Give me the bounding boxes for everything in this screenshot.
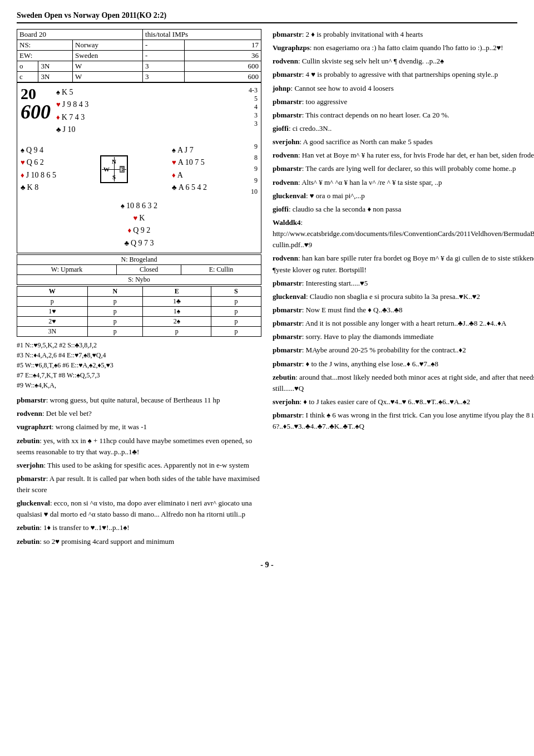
speaker-name: rodvenn <box>17 409 42 418</box>
bidding-table: W N E S pp1♣p1♥p1♠p2♥p2♠p3Nppp <box>17 286 261 337</box>
speaker-name: pbmarstr <box>273 306 302 314</box>
commentary-item: gluckenval: ecco, non si ^α visto, ma do… <box>17 498 261 520</box>
contract1-score: 600 <box>185 61 261 72</box>
commentary-item: pbmarstr: MAybe around 20-25 % probabili… <box>273 345 534 356</box>
commentary-item: gluckenval: Claudio non sbaglia e si pro… <box>273 291 534 302</box>
commentary-item: gluckenval: ♥ ora o mai pi^,...p <box>273 190 534 202</box>
south-spades: ♠ 10 8 6 3 2 <box>21 200 258 212</box>
closed-label: Closed <box>117 265 181 275</box>
compass-box: N S W E <box>100 155 128 183</box>
ew-total: 36 <box>185 51 261 61</box>
commentary-item: pbmarstr: too aggressive <box>273 96 534 107</box>
play-note-line: #1 N::♥9,5,K,2 #2 S::♣3,8,J,2 <box>17 340 261 350</box>
speaker-name: pbmarstr <box>273 97 302 106</box>
commentary-item: pbmarstr: 4 ♥ is probably to agressive w… <box>273 69 534 80</box>
speaker-name: zebutin <box>17 537 39 546</box>
speaker-name: pbmarstr <box>273 164 302 173</box>
north-spades: ♠ K 5 <box>56 86 243 99</box>
speaker-name: zebutin <box>273 373 295 381</box>
play-note-line: #3 N::♦4,A,2,6 #4 E::♥7,♠8,♥Q,4 <box>17 350 261 360</box>
card-diagram: 20 600 ♠ K 5 ♥ J 9 8 4 3 <box>17 82 261 253</box>
south-hand: ♠ 10 8 6 3 2 ♥ K ♦ Q 9 2 ♣ Q 9 7 3 <box>21 200 258 250</box>
page-number: - 9 - <box>17 561 517 570</box>
speaker-name: pbmarstr <box>273 70 302 78</box>
west-hearts: ♥ Q 6 2 <box>21 156 56 169</box>
compass-container: N S W E <box>100 155 128 183</box>
middle-row: ♠ Q 9 4 ♥ Q 6 2 ♦ J 10 8 6 5 ♣ <box>21 141 258 198</box>
commentary-item: pbmarstr: A par result. It is called par… <box>17 473 261 495</box>
commentary-item: rodvenn: Alts^ ¥ m^ ^α ¥ han la v^ /re ^… <box>273 177 534 188</box>
commentary-item: Vugraphzps: non esageriamo ora :) ha fat… <box>273 42 534 53</box>
board-number-cell: Board 20 <box>17 30 143 40</box>
speaker-name: pbmarstr <box>273 332 302 341</box>
speaker-name: pbmarstr <box>273 279 302 287</box>
contract2-direction: W <box>73 72 143 82</box>
bid-header-s: S <box>211 287 261 297</box>
east-hand: ♠ A J 7 ♥ A 10 7 5 ♦ A ♣ <box>172 144 207 194</box>
contract2-dir: c <box>17 72 38 82</box>
speaker-name: pbmarstr <box>17 396 46 404</box>
contract2: 3N <box>38 72 73 82</box>
commentary-item: vugraphzrt: wrong claimed by me, it was … <box>17 421 261 433</box>
bid-cell: p <box>211 317 261 327</box>
commentary-item: sverjohn: This used to be asking for spe… <box>17 460 261 471</box>
bid-cell: 3N <box>17 327 88 337</box>
bid-cell: p <box>211 307 261 317</box>
speaker-name: johnp <box>273 84 291 92</box>
commentary-item: zebutin: yes, with xx in ♠ + 11hcp could… <box>17 435 261 458</box>
ns-total: 17 <box>185 40 261 51</box>
speaker-name: rodvenn <box>273 151 298 159</box>
speaker-name: pbmarstr <box>273 360 302 368</box>
speaker-name: zebutin <box>17 436 39 445</box>
south-hearts: ♥ K <box>21 212 258 224</box>
commentary-item: pbmarstr: This contract depends on no he… <box>273 110 534 121</box>
speaker-name: gioffi <box>273 205 289 213</box>
speaker-name: gluckenval <box>273 292 306 301</box>
commentary-item: gioffi: ci credo..3N.. <box>273 123 534 134</box>
north-hearts: ♥ J 9 8 4 3 <box>56 99 243 111</box>
speaker-name: rodvenn <box>273 254 298 262</box>
east-spades: ♠ A J 7 <box>172 144 207 156</box>
play-note-line: #7 E::♠4,7,K,T #8 W::♠Q,5,7,3 <box>17 370 261 380</box>
left-column: Board 20 this/total IMPs NS: Norway - 17… <box>17 29 261 549</box>
ns-this: - <box>143 40 185 51</box>
board-number-display: 20 600 <box>21 86 51 122</box>
speaker-name: gioffi <box>273 124 289 132</box>
players-table: N: Brogeland W: Upmark Closed E: Cullin … <box>17 254 261 285</box>
commentary-item: Walddk4: http://www.ecatsbridge.com/docu… <box>273 217 534 251</box>
contract2-score: 600 <box>185 72 261 82</box>
right-column: pbmarstr: 2 ♦ is probably invitational w… <box>273 29 534 549</box>
south-player: S: Nybo <box>17 275 261 285</box>
right-commentary: pbmarstr: 2 ♦ is probably invitational w… <box>273 29 534 432</box>
commentary-item: pbmarstr: sorry. Have to play the diamon… <box>273 331 534 342</box>
speaker-name: pbmarstr <box>273 411 302 419</box>
contract1-dir: o <box>17 61 38 72</box>
west-hand: ♠ Q 9 4 ♥ Q 6 2 ♦ J 10 8 6 5 ♣ <box>21 144 56 194</box>
north-player: N: Brogeland <box>17 255 261 265</box>
page: Sweden Open vs Norway Open 2011(KO 2:2) … <box>0 0 534 756</box>
this-total-label: this/total IMPs <box>143 30 261 40</box>
bid-cell: p <box>87 327 142 337</box>
speaker-name: pbmarstr <box>17 474 46 483</box>
contract1: 3N <box>38 61 73 72</box>
commentary-item: zebutin: so 2♥ promising 4card support a… <box>17 536 261 547</box>
commentary-item: rodvenn: Han vet at Boye m^ ¥ ha ruter e… <box>273 150 534 161</box>
bid-cell: 1♠ <box>142 307 211 317</box>
speaker-name: gluckenval <box>17 499 50 507</box>
commentary-item: rodvenn: han kan bare spille ruter fra b… <box>273 253 534 275</box>
bid-cell: p <box>87 317 142 327</box>
speaker-name: pbmarstr <box>273 111 302 119</box>
north-clubs: ♣ J 10 <box>56 124 243 136</box>
commentary-item: rodvenn: Det ble vel bet? <box>17 408 261 419</box>
commentary-item: johnp: Cannot see how to avoid 4 loosers <box>273 83 534 94</box>
bid-cell: p <box>211 297 261 307</box>
diagram-header: 20 600 ♠ K 5 ♥ J 9 8 4 3 <box>21 86 258 139</box>
east-diamonds: ♦ A <box>172 169 207 181</box>
speaker-name: zebutin <box>17 523 39 532</box>
bid-cell: p <box>211 327 261 337</box>
ew-label: EW: <box>17 51 73 61</box>
speaker-name: rodvenn <box>273 178 298 186</box>
commentary-item: pbmarstr: And it is not possible any lon… <box>273 318 534 329</box>
main-content: Board 20 this/total IMPs NS: Norway - 17… <box>17 29 517 549</box>
east-clubs: ♣ A 6 5 4 2 <box>172 181 207 194</box>
